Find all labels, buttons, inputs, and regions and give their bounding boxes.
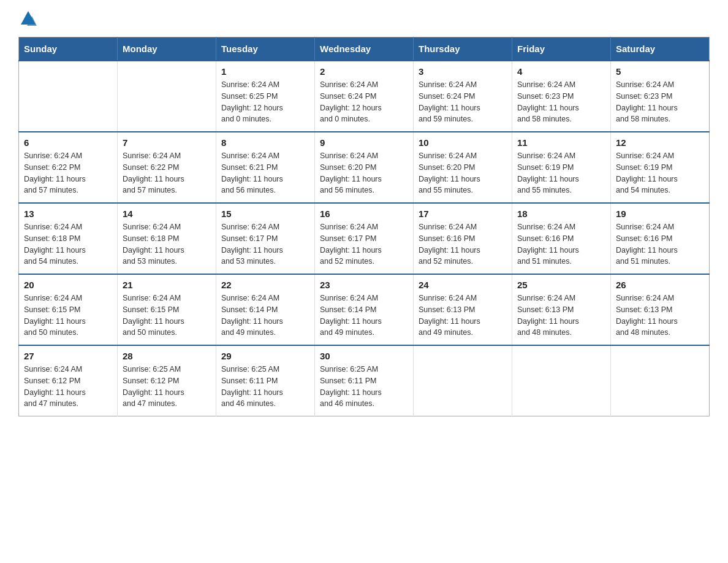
weekday-header-thursday: Thursday (414, 37, 512, 61)
calendar-cell: 17Sunrise: 6:24 AM Sunset: 6:16 PM Dayli… (414, 203, 512, 274)
day-number: 7 (123, 137, 211, 148)
day-number: 22 (221, 280, 309, 290)
day-info: Sunrise: 6:24 AM Sunset: 6:20 PM Dayligh… (320, 150, 408, 196)
weekday-header-sunday: Sunday (19, 37, 118, 61)
calendar-cell: 22Sunrise: 6:24 AM Sunset: 6:14 PM Dayli… (216, 274, 315, 345)
weekday-header-friday: Friday (512, 37, 611, 61)
calendar-week-row: 27Sunrise: 6:24 AM Sunset: 6:12 PM Dayli… (19, 345, 710, 416)
calendar-cell: 26Sunrise: 6:24 AM Sunset: 6:13 PM Dayli… (611, 274, 710, 345)
day-number: 6 (24, 137, 112, 148)
calendar-cell (118, 61, 216, 132)
calendar-cell: 13Sunrise: 6:24 AM Sunset: 6:18 PM Dayli… (19, 203, 118, 274)
day-number: 18 (517, 209, 605, 219)
day-number: 15 (221, 209, 309, 219)
day-number: 5 (616, 66, 704, 77)
weekday-header-wednesday: Wednesday (315, 37, 414, 61)
calendar-cell: 24Sunrise: 6:24 AM Sunset: 6:13 PM Dayli… (414, 274, 512, 345)
calendar-cell: 8Sunrise: 6:24 AM Sunset: 6:21 PM Daylig… (216, 132, 315, 203)
day-number: 3 (419, 66, 507, 77)
day-info: Sunrise: 6:24 AM Sunset: 6:13 PM Dayligh… (616, 293, 704, 339)
day-info: Sunrise: 6:24 AM Sunset: 6:22 PM Dayligh… (123, 150, 211, 196)
calendar-header: SundayMondayTuesdayWednesdayThursdayFrid… (19, 37, 710, 61)
calendar-cell: 28Sunrise: 6:25 AM Sunset: 6:12 PM Dayli… (118, 345, 216, 416)
day-info: Sunrise: 6:24 AM Sunset: 6:23 PM Dayligh… (517, 79, 605, 125)
day-info: Sunrise: 6:24 AM Sunset: 6:25 PM Dayligh… (221, 79, 309, 125)
calendar-cell (414, 345, 512, 416)
calendar-cell (19, 61, 118, 132)
day-number: 25 (517, 280, 605, 290)
calendar-cell: 5Sunrise: 6:24 AM Sunset: 6:23 PM Daylig… (611, 61, 710, 132)
day-number: 8 (221, 137, 309, 148)
day-info: Sunrise: 6:25 AM Sunset: 6:11 PM Dayligh… (320, 364, 408, 410)
calendar-cell (611, 345, 710, 416)
calendar-cell: 3Sunrise: 6:24 AM Sunset: 6:24 PM Daylig… (414, 61, 512, 132)
day-info: Sunrise: 6:24 AM Sunset: 6:20 PM Dayligh… (419, 150, 507, 196)
day-info: Sunrise: 6:25 AM Sunset: 6:12 PM Dayligh… (123, 364, 211, 410)
day-info: Sunrise: 6:24 AM Sunset: 6:12 PM Dayligh… (24, 364, 112, 410)
day-info: Sunrise: 6:24 AM Sunset: 6:16 PM Dayligh… (419, 221, 507, 267)
day-info: Sunrise: 6:24 AM Sunset: 6:19 PM Dayligh… (616, 150, 704, 196)
day-info: Sunrise: 6:24 AM Sunset: 6:19 PM Dayligh… (517, 150, 605, 196)
calendar-cell: 2Sunrise: 6:24 AM Sunset: 6:24 PM Daylig… (315, 61, 414, 132)
day-number: 10 (419, 137, 507, 148)
day-info: Sunrise: 6:24 AM Sunset: 6:24 PM Dayligh… (320, 79, 408, 125)
page-header (18, 12, 710, 27)
calendar-cell: 30Sunrise: 6:25 AM Sunset: 6:11 PM Dayli… (315, 345, 414, 416)
day-number: 23 (320, 280, 408, 290)
day-info: Sunrise: 6:24 AM Sunset: 6:13 PM Dayligh… (517, 293, 605, 339)
day-info: Sunrise: 6:24 AM Sunset: 6:16 PM Dayligh… (616, 221, 704, 267)
day-info: Sunrise: 6:24 AM Sunset: 6:24 PM Dayligh… (419, 79, 507, 125)
day-number: 26 (616, 280, 704, 290)
weekday-header-saturday: Saturday (611, 37, 710, 61)
day-number: 16 (320, 209, 408, 219)
calendar-cell: 19Sunrise: 6:24 AM Sunset: 6:16 PM Dayli… (611, 203, 710, 274)
calendar-table: SundayMondayTuesdayWednesdayThursdayFrid… (18, 37, 710, 416)
day-number: 1 (221, 66, 309, 77)
day-info: Sunrise: 6:24 AM Sunset: 6:18 PM Dayligh… (24, 221, 112, 267)
day-number: 24 (419, 280, 507, 290)
calendar-cell: 23Sunrise: 6:24 AM Sunset: 6:14 PM Dayli… (315, 274, 414, 345)
day-number: 21 (123, 280, 211, 290)
calendar-cell: 25Sunrise: 6:24 AM Sunset: 6:13 PM Dayli… (512, 274, 611, 345)
calendar-cell: 20Sunrise: 6:24 AM Sunset: 6:15 PM Dayli… (19, 274, 118, 345)
day-number: 13 (24, 209, 112, 219)
calendar-cell: 27Sunrise: 6:24 AM Sunset: 6:12 PM Dayli… (19, 345, 118, 416)
calendar-cell: 18Sunrise: 6:24 AM Sunset: 6:16 PM Dayli… (512, 203, 611, 274)
calendar-cell: 4Sunrise: 6:24 AM Sunset: 6:23 PM Daylig… (512, 61, 611, 132)
calendar-cell: 11Sunrise: 6:24 AM Sunset: 6:19 PM Dayli… (512, 132, 611, 203)
day-info: Sunrise: 6:24 AM Sunset: 6:13 PM Dayligh… (419, 293, 507, 339)
calendar-cell: 16Sunrise: 6:24 AM Sunset: 6:17 PM Dayli… (315, 203, 414, 274)
weekday-header-monday: Monday (118, 37, 216, 61)
day-info: Sunrise: 6:24 AM Sunset: 6:14 PM Dayligh… (320, 293, 408, 339)
calendar-cell: 29Sunrise: 6:25 AM Sunset: 6:11 PM Dayli… (216, 345, 315, 416)
day-number: 27 (24, 351, 112, 361)
calendar-cell: 7Sunrise: 6:24 AM Sunset: 6:22 PM Daylig… (118, 132, 216, 203)
calendar-cell: 12Sunrise: 6:24 AM Sunset: 6:19 PM Dayli… (611, 132, 710, 203)
day-number: 2 (320, 66, 408, 77)
logo-icon (20, 10, 37, 27)
day-info: Sunrise: 6:24 AM Sunset: 6:15 PM Dayligh… (123, 293, 211, 339)
day-number: 19 (616, 209, 704, 219)
day-number: 17 (419, 209, 507, 219)
day-number: 14 (123, 209, 211, 219)
calendar-cell: 10Sunrise: 6:24 AM Sunset: 6:20 PM Dayli… (414, 132, 512, 203)
calendar-cell: 1Sunrise: 6:24 AM Sunset: 6:25 PM Daylig… (216, 61, 315, 132)
day-info: Sunrise: 6:24 AM Sunset: 6:15 PM Dayligh… (24, 293, 112, 339)
day-info: Sunrise: 6:24 AM Sunset: 6:17 PM Dayligh… (320, 221, 408, 267)
calendar-week-row: 20Sunrise: 6:24 AM Sunset: 6:15 PM Dayli… (19, 274, 710, 345)
calendar-cell: 14Sunrise: 6:24 AM Sunset: 6:18 PM Dayli… (118, 203, 216, 274)
day-number: 29 (221, 351, 309, 361)
day-number: 12 (616, 137, 704, 148)
calendar-body: 1Sunrise: 6:24 AM Sunset: 6:25 PM Daylig… (19, 61, 710, 416)
day-info: Sunrise: 6:24 AM Sunset: 6:18 PM Dayligh… (123, 221, 211, 267)
calendar-cell: 15Sunrise: 6:24 AM Sunset: 6:17 PM Dayli… (216, 203, 315, 274)
day-number: 9 (320, 137, 408, 148)
day-info: Sunrise: 6:24 AM Sunset: 6:14 PM Dayligh… (221, 293, 309, 339)
day-number: 28 (123, 351, 211, 361)
day-info: Sunrise: 6:24 AM Sunset: 6:16 PM Dayligh… (517, 221, 605, 267)
calendar-week-row: 1Sunrise: 6:24 AM Sunset: 6:25 PM Daylig… (19, 61, 710, 132)
calendar-cell: 21Sunrise: 6:24 AM Sunset: 6:15 PM Dayli… (118, 274, 216, 345)
calendar-cell: 9Sunrise: 6:24 AM Sunset: 6:20 PM Daylig… (315, 132, 414, 203)
day-number: 30 (320, 351, 408, 361)
day-info: Sunrise: 6:24 AM Sunset: 6:21 PM Dayligh… (221, 150, 309, 196)
